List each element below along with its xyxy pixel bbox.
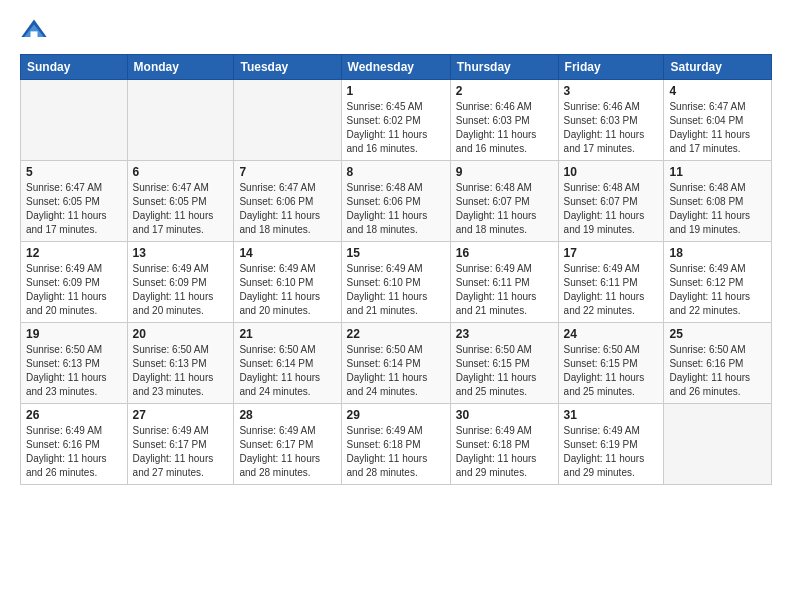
day-number: 8 bbox=[347, 165, 445, 179]
calendar-cell bbox=[127, 80, 234, 161]
day-number: 12 bbox=[26, 246, 122, 260]
day-number: 13 bbox=[133, 246, 229, 260]
calendar-cell: 16Sunrise: 6:49 AM Sunset: 6:11 PM Dayli… bbox=[450, 242, 558, 323]
day-info: Sunrise: 6:46 AM Sunset: 6:03 PM Dayligh… bbox=[564, 100, 659, 156]
calendar-header-row: SundayMondayTuesdayWednesdayThursdayFrid… bbox=[21, 55, 772, 80]
day-info: Sunrise: 6:50 AM Sunset: 6:13 PM Dayligh… bbox=[133, 343, 229, 399]
calendar-cell bbox=[234, 80, 341, 161]
day-info: Sunrise: 6:49 AM Sunset: 6:17 PM Dayligh… bbox=[133, 424, 229, 480]
day-number: 30 bbox=[456, 408, 553, 422]
day-number: 1 bbox=[347, 84, 445, 98]
calendar-cell bbox=[21, 80, 128, 161]
calendar-cell: 10Sunrise: 6:48 AM Sunset: 6:07 PM Dayli… bbox=[558, 161, 664, 242]
calendar-cell: 2Sunrise: 6:46 AM Sunset: 6:03 PM Daylig… bbox=[450, 80, 558, 161]
day-number: 29 bbox=[347, 408, 445, 422]
header-monday: Monday bbox=[127, 55, 234, 80]
day-number: 3 bbox=[564, 84, 659, 98]
header-saturday: Saturday bbox=[664, 55, 772, 80]
header-sunday: Sunday bbox=[21, 55, 128, 80]
day-number: 2 bbox=[456, 84, 553, 98]
svg-rect-2 bbox=[31, 31, 38, 37]
week-row-1: 5Sunrise: 6:47 AM Sunset: 6:05 PM Daylig… bbox=[21, 161, 772, 242]
day-number: 7 bbox=[239, 165, 335, 179]
week-row-2: 12Sunrise: 6:49 AM Sunset: 6:09 PM Dayli… bbox=[21, 242, 772, 323]
day-info: Sunrise: 6:48 AM Sunset: 6:07 PM Dayligh… bbox=[564, 181, 659, 237]
calendar-cell: 21Sunrise: 6:50 AM Sunset: 6:14 PM Dayli… bbox=[234, 323, 341, 404]
week-row-3: 19Sunrise: 6:50 AM Sunset: 6:13 PM Dayli… bbox=[21, 323, 772, 404]
calendar-cell: 6Sunrise: 6:47 AM Sunset: 6:05 PM Daylig… bbox=[127, 161, 234, 242]
day-info: Sunrise: 6:50 AM Sunset: 6:14 PM Dayligh… bbox=[347, 343, 445, 399]
day-number: 9 bbox=[456, 165, 553, 179]
day-info: Sunrise: 6:49 AM Sunset: 6:17 PM Dayligh… bbox=[239, 424, 335, 480]
calendar-cell: 12Sunrise: 6:49 AM Sunset: 6:09 PM Dayli… bbox=[21, 242, 128, 323]
day-number: 17 bbox=[564, 246, 659, 260]
page: SundayMondayTuesdayWednesdayThursdayFrid… bbox=[0, 0, 792, 612]
day-number: 28 bbox=[239, 408, 335, 422]
day-info: Sunrise: 6:47 AM Sunset: 6:05 PM Dayligh… bbox=[26, 181, 122, 237]
day-info: Sunrise: 6:49 AM Sunset: 6:18 PM Dayligh… bbox=[347, 424, 445, 480]
day-info: Sunrise: 6:48 AM Sunset: 6:08 PM Dayligh… bbox=[669, 181, 766, 237]
week-row-0: 1Sunrise: 6:45 AM Sunset: 6:02 PM Daylig… bbox=[21, 80, 772, 161]
header-thursday: Thursday bbox=[450, 55, 558, 80]
header-friday: Friday bbox=[558, 55, 664, 80]
calendar-cell: 17Sunrise: 6:49 AM Sunset: 6:11 PM Dayli… bbox=[558, 242, 664, 323]
day-info: Sunrise: 6:46 AM Sunset: 6:03 PM Dayligh… bbox=[456, 100, 553, 156]
day-number: 6 bbox=[133, 165, 229, 179]
calendar-cell: 8Sunrise: 6:48 AM Sunset: 6:06 PM Daylig… bbox=[341, 161, 450, 242]
calendar-cell: 7Sunrise: 6:47 AM Sunset: 6:06 PM Daylig… bbox=[234, 161, 341, 242]
day-number: 16 bbox=[456, 246, 553, 260]
header-wednesday: Wednesday bbox=[341, 55, 450, 80]
day-info: Sunrise: 6:47 AM Sunset: 6:05 PM Dayligh… bbox=[133, 181, 229, 237]
day-number: 18 bbox=[669, 246, 766, 260]
calendar-cell bbox=[664, 404, 772, 485]
calendar-cell: 18Sunrise: 6:49 AM Sunset: 6:12 PM Dayli… bbox=[664, 242, 772, 323]
calendar-cell: 19Sunrise: 6:50 AM Sunset: 6:13 PM Dayli… bbox=[21, 323, 128, 404]
calendar-cell: 24Sunrise: 6:50 AM Sunset: 6:15 PM Dayli… bbox=[558, 323, 664, 404]
logo-icon bbox=[20, 16, 48, 44]
calendar-cell: 26Sunrise: 6:49 AM Sunset: 6:16 PM Dayli… bbox=[21, 404, 128, 485]
day-info: Sunrise: 6:49 AM Sunset: 6:19 PM Dayligh… bbox=[564, 424, 659, 480]
day-info: Sunrise: 6:49 AM Sunset: 6:11 PM Dayligh… bbox=[564, 262, 659, 318]
day-number: 19 bbox=[26, 327, 122, 341]
calendar-cell: 9Sunrise: 6:48 AM Sunset: 6:07 PM Daylig… bbox=[450, 161, 558, 242]
day-number: 11 bbox=[669, 165, 766, 179]
day-number: 31 bbox=[564, 408, 659, 422]
day-info: Sunrise: 6:49 AM Sunset: 6:12 PM Dayligh… bbox=[669, 262, 766, 318]
day-number: 4 bbox=[669, 84, 766, 98]
day-info: Sunrise: 6:50 AM Sunset: 6:14 PM Dayligh… bbox=[239, 343, 335, 399]
calendar-cell: 11Sunrise: 6:48 AM Sunset: 6:08 PM Dayli… bbox=[664, 161, 772, 242]
day-info: Sunrise: 6:49 AM Sunset: 6:09 PM Dayligh… bbox=[133, 262, 229, 318]
calendar-cell: 5Sunrise: 6:47 AM Sunset: 6:05 PM Daylig… bbox=[21, 161, 128, 242]
calendar-cell: 13Sunrise: 6:49 AM Sunset: 6:09 PM Dayli… bbox=[127, 242, 234, 323]
week-row-4: 26Sunrise: 6:49 AM Sunset: 6:16 PM Dayli… bbox=[21, 404, 772, 485]
day-number: 10 bbox=[564, 165, 659, 179]
calendar-cell: 1Sunrise: 6:45 AM Sunset: 6:02 PM Daylig… bbox=[341, 80, 450, 161]
day-info: Sunrise: 6:49 AM Sunset: 6:16 PM Dayligh… bbox=[26, 424, 122, 480]
day-info: Sunrise: 6:49 AM Sunset: 6:18 PM Dayligh… bbox=[456, 424, 553, 480]
calendar-cell: 3Sunrise: 6:46 AM Sunset: 6:03 PM Daylig… bbox=[558, 80, 664, 161]
header-tuesday: Tuesday bbox=[234, 55, 341, 80]
day-number: 27 bbox=[133, 408, 229, 422]
calendar-cell: 31Sunrise: 6:49 AM Sunset: 6:19 PM Dayli… bbox=[558, 404, 664, 485]
day-info: Sunrise: 6:50 AM Sunset: 6:15 PM Dayligh… bbox=[564, 343, 659, 399]
calendar-cell: 14Sunrise: 6:49 AM Sunset: 6:10 PM Dayli… bbox=[234, 242, 341, 323]
calendar-cell: 23Sunrise: 6:50 AM Sunset: 6:15 PM Dayli… bbox=[450, 323, 558, 404]
day-number: 23 bbox=[456, 327, 553, 341]
calendar-cell: 20Sunrise: 6:50 AM Sunset: 6:13 PM Dayli… bbox=[127, 323, 234, 404]
header bbox=[20, 16, 772, 44]
logo bbox=[20, 16, 50, 44]
day-number: 20 bbox=[133, 327, 229, 341]
day-info: Sunrise: 6:49 AM Sunset: 6:11 PM Dayligh… bbox=[456, 262, 553, 318]
day-info: Sunrise: 6:50 AM Sunset: 6:15 PM Dayligh… bbox=[456, 343, 553, 399]
day-number: 15 bbox=[347, 246, 445, 260]
day-info: Sunrise: 6:48 AM Sunset: 6:07 PM Dayligh… bbox=[456, 181, 553, 237]
day-number: 24 bbox=[564, 327, 659, 341]
day-number: 25 bbox=[669, 327, 766, 341]
day-info: Sunrise: 6:45 AM Sunset: 6:02 PM Dayligh… bbox=[347, 100, 445, 156]
calendar-cell: 25Sunrise: 6:50 AM Sunset: 6:16 PM Dayli… bbox=[664, 323, 772, 404]
day-info: Sunrise: 6:50 AM Sunset: 6:13 PM Dayligh… bbox=[26, 343, 122, 399]
calendar-table: SundayMondayTuesdayWednesdayThursdayFrid… bbox=[20, 54, 772, 485]
day-info: Sunrise: 6:47 AM Sunset: 6:06 PM Dayligh… bbox=[239, 181, 335, 237]
day-number: 21 bbox=[239, 327, 335, 341]
calendar-cell: 22Sunrise: 6:50 AM Sunset: 6:14 PM Dayli… bbox=[341, 323, 450, 404]
